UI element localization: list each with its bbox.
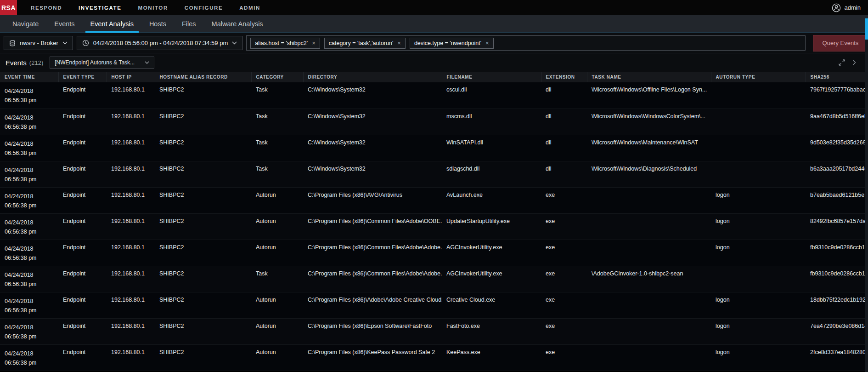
event-type-cell: Endpoint bbox=[58, 187, 107, 213]
autorun-type-cell bbox=[711, 82, 806, 109]
event-time-cell: 04/24/201806:56:38 pm bbox=[0, 187, 58, 213]
host-ip-cell: 192.168.80.1 bbox=[107, 135, 155, 161]
extension-cell: exe bbox=[541, 292, 587, 318]
host-ip-cell: 192.168.80.1 bbox=[107, 109, 155, 135]
filter-pill-alias-host[interactable]: alias.host = 'shibpc2' × bbox=[250, 38, 320, 49]
service-selector[interactable]: nwsrv - Broker bbox=[4, 36, 73, 50]
nav-monitor[interactable]: MONITOR bbox=[138, 5, 168, 11]
sha256-cell: 18dbb75f22edc1b192e bbox=[806, 292, 865, 318]
host-ip-cell: 192.168.80.1 bbox=[107, 161, 155, 187]
event-time-cell: 04/24/201806:56:38 pm bbox=[0, 82, 58, 109]
col-event-type[interactable]: EVENT TYPE bbox=[58, 72, 107, 82]
chevron-right-icon[interactable] bbox=[852, 60, 856, 65]
extension-cell: dll bbox=[541, 135, 587, 161]
tab-navigate[interactable]: Navigate bbox=[5, 15, 46, 33]
close-icon[interactable]: × bbox=[485, 40, 489, 46]
host-ip-cell: 192.168.80.1 bbox=[107, 266, 155, 292]
col-hostname-alias-record[interactable]: HOSTNAME ALIAS RECORD bbox=[155, 72, 251, 82]
extension-cell: exe bbox=[541, 213, 587, 240]
nav-configure[interactable]: CONFIGURE bbox=[185, 5, 223, 11]
nav-respond[interactable]: RESPOND bbox=[31, 5, 62, 11]
table-row[interactable]: 04/24/201806:56:38 pmEndpoint192.168.80.… bbox=[0, 109, 865, 135]
task-name-cell: \Microsoft\Windows\Offline Files\Logon S… bbox=[587, 82, 711, 109]
event-time-cell: 04/24/201806:56:38 pm bbox=[0, 344, 58, 371]
table-row[interactable]: 04/24/201806:56:38 pmEndpoint192.168.80.… bbox=[0, 318, 865, 344]
table-row[interactable]: 04/24/201806:56:38 pmEndpoint192.168.80.… bbox=[0, 213, 865, 240]
table-row[interactable]: 04/24/201806:56:38 pmEndpoint192.168.80.… bbox=[0, 161, 865, 187]
filter-pill-device-type[interactable]: device.type = 'nwendpoint' × bbox=[410, 38, 494, 49]
hostname-cell: SHIBPC2 bbox=[155, 161, 251, 187]
event-type-cell: Endpoint bbox=[58, 240, 107, 266]
extension-cell: exe bbox=[541, 318, 587, 344]
event-time-cell: 04/24/201806:56:38 pm bbox=[0, 266, 58, 292]
col-event-time[interactable]: EVENT TIME bbox=[0, 72, 58, 82]
tab-events[interactable]: Events bbox=[46, 15, 82, 33]
col-host-ip[interactable]: HOST IP bbox=[107, 72, 155, 82]
vertical-scrollbar[interactable] bbox=[865, 18, 868, 372]
col-filename[interactable]: FILENAME bbox=[442, 72, 541, 82]
col-extension[interactable]: EXTENSION bbox=[541, 72, 587, 82]
filename-cell: AGCInvokerUtility.exe bbox=[442, 266, 541, 292]
tab-malware-analysis[interactable]: Malware Analysis bbox=[204, 15, 271, 33]
directory-cell: C:\Program Files (x86)\Epson Software\Fa… bbox=[303, 318, 442, 344]
col-sha256[interactable]: SHA256 bbox=[806, 72, 865, 82]
hostname-cell: SHIBPC2 bbox=[155, 109, 251, 135]
autorun-type-cell: logon bbox=[711, 213, 806, 240]
table-row[interactable]: 04/24/201806:56:38 pmEndpoint192.168.80.… bbox=[0, 82, 865, 109]
sha256-cell: 9aa467d8b5d516ff6eb bbox=[806, 109, 865, 135]
user-menu[interactable]: admin bbox=[832, 3, 861, 12]
col-autorun-type[interactable]: AUTORUN TYPE bbox=[711, 72, 806, 82]
query-filter-input[interactable]: alias.host = 'shibpc2' × category = 'tas… bbox=[246, 35, 806, 51]
table-row[interactable]: 04/24/201806:56:38 pmEndpoint192.168.80.… bbox=[0, 266, 865, 292]
close-icon[interactable]: × bbox=[312, 40, 316, 46]
task-name-cell: \Microsoft\Windows\Maintenance\WinSAT bbox=[587, 135, 711, 161]
event-time-cell: 04/24/201806:56:38 pm bbox=[0, 318, 58, 344]
event-time-cell: 04/24/201806:56:38 pm bbox=[0, 292, 58, 318]
scrollbar-thumb[interactable] bbox=[865, 18, 868, 40]
autorun-type-cell: logon bbox=[711, 240, 806, 266]
user-icon bbox=[832, 3, 841, 12]
col-category[interactable]: CATEGORY bbox=[251, 72, 303, 82]
col-task-name[interactable]: TASK NAME bbox=[587, 72, 711, 82]
directory-cell: C:\Program Files (x86)\KeePass Password … bbox=[303, 344, 442, 371]
table-row[interactable]: 04/24/201806:56:38 pmEndpoint192.168.80.… bbox=[0, 292, 865, 318]
sha256-cell: fb9310c9de0286ccb17 bbox=[806, 266, 865, 292]
tab-files[interactable]: Files bbox=[174, 15, 204, 33]
tab-hosts[interactable]: Hosts bbox=[141, 15, 174, 33]
tab-event-analysis[interactable]: Event Analysis bbox=[83, 15, 141, 33]
event-time-cell: 04/24/201806:56:38 pm bbox=[0, 135, 58, 161]
column-preset-dropdown[interactable]: [NWEndpoint] Autoruns & Task... bbox=[50, 57, 154, 69]
hostname-cell: SHIBPC2 bbox=[155, 344, 251, 371]
category-cell: Autorun bbox=[251, 292, 303, 318]
events-table-body: 04/24/201806:56:38 pmEndpoint192.168.80.… bbox=[0, 82, 865, 371]
query-events-button[interactable]: Query Events bbox=[813, 35, 868, 52]
filter-pill-category[interactable]: category = 'task','autorun' × bbox=[324, 38, 406, 49]
host-ip-cell: 192.168.80.1 bbox=[107, 344, 155, 371]
expand-diagonal-icon[interactable] bbox=[839, 59, 845, 66]
close-icon[interactable]: × bbox=[397, 40, 401, 46]
host-ip-cell: 192.168.80.1 bbox=[107, 213, 155, 240]
task-name-cell bbox=[587, 187, 711, 213]
nav-investigate[interactable]: INVESTIGATE bbox=[79, 5, 121, 11]
hostname-cell: SHIBPC2 bbox=[155, 240, 251, 266]
filename-cell: cscui.dll bbox=[442, 82, 541, 109]
events-table: EVENT TIME EVENT TYPE HOST IP HOSTNAME A… bbox=[0, 72, 868, 371]
directory-cell: C:\Program Files (x86)\Adobe\Adobe Creat… bbox=[303, 292, 442, 318]
event-type-cell: Endpoint bbox=[58, 161, 107, 187]
event-type-cell: Endpoint bbox=[58, 82, 107, 109]
extension-cell: exe bbox=[541, 187, 587, 213]
table-row[interactable]: 04/24/201806:56:38 pmEndpoint192.168.80.… bbox=[0, 135, 865, 161]
task-name-cell bbox=[587, 213, 711, 240]
table-row[interactable]: 04/24/201806:56:38 pmEndpoint192.168.80.… bbox=[0, 187, 865, 213]
autorun-type-cell bbox=[711, 266, 806, 292]
query-bar: nwsrv - Broker 04/24/2018 05:56:00 pm - … bbox=[0, 33, 868, 53]
table-row[interactable]: 04/24/201806:56:38 pmEndpoint192.168.80.… bbox=[0, 240, 865, 266]
table-row[interactable]: 04/24/201806:56:38 pmEndpoint192.168.80.… bbox=[0, 344, 865, 371]
col-directory[interactable]: DIRECTORY bbox=[303, 72, 442, 82]
autorun-type-cell bbox=[711, 109, 806, 135]
nav-admin[interactable]: ADMIN bbox=[239, 5, 260, 11]
autorun-type-cell: logon bbox=[711, 187, 806, 213]
directory-cell: C:\Windows\System32 bbox=[303, 82, 442, 109]
time-range-selector[interactable]: 04/24/2018 05:56:00 pm - 04/24/2018 07:3… bbox=[77, 36, 242, 50]
autorun-type-cell bbox=[711, 135, 806, 161]
